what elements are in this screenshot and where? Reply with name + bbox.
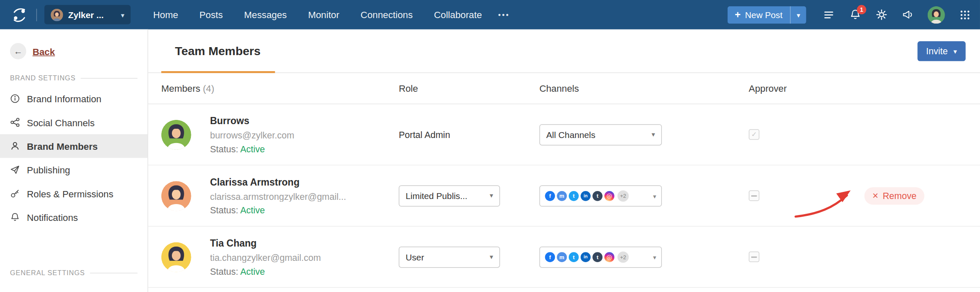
member-name: Burrows [210,115,294,127]
more-menu-icon[interactable] [498,10,510,19]
back-arrow-icon[interactable] [10,43,27,59]
sidebar-item-publishing[interactable]: Publishing [0,158,147,181]
chevron-down-icon [490,191,493,199]
tumblr-icon [592,191,602,201]
sidebar-item-roles-permissions[interactable]: Roles & Permissions [0,182,147,205]
apps-grid-icon[interactable] [959,8,972,21]
sidebar-item-label: Brand Information [27,93,102,104]
invite-button[interactable]: Invite [917,41,966,61]
channels-cell: +2 [539,246,749,267]
linkedin-icon [581,191,591,201]
status-value: Active [240,144,265,154]
zoho-social-logo[interactable] [10,5,29,24]
send-icon [10,165,20,175]
channels-cell: All Channels [539,124,749,145]
menu-lines-icon[interactable] [822,8,835,21]
navbar-left: Zylker ... Home Posts Messages Monitor C… [10,5,510,24]
member-name: Clarissa Armstrong [210,176,346,188]
status-label: Status: [210,205,238,215]
remove-member-button[interactable]: Remove [865,187,925,204]
main-content: Team Members Invite Members(4) Role Chan… [148,29,980,292]
column-header-approver: Approver [749,83,980,93]
mastodon-icon [557,252,567,262]
key-icon [10,188,20,199]
sidebar-item-notifications[interactable]: Notifications [0,205,147,229]
chevron-down-icon [953,47,957,55]
remove-label: Remove [883,191,916,201]
channels-dropdown[interactable]: +2 [539,246,662,267]
invite-label: Invite [926,46,948,56]
plus-icon [735,10,741,20]
top-navbar: Zylker ... Home Posts Messages Monitor C… [0,0,980,29]
member-status: Status: Active [210,266,321,276]
info-icon [10,94,20,104]
brand-settings-title: BRAND SETTINGS [10,74,76,82]
new-post-split-button: New Post [727,6,806,24]
channels-dropdown[interactable]: +2 [539,185,662,206]
user-avatar[interactable] [927,6,945,24]
status-value: Active [240,266,265,276]
member-info: Burrows burrows@zylker.com Status: Activ… [210,115,294,154]
channels-select[interactable]: All Channels [539,124,662,145]
approver-checkbox[interactable] [749,252,759,262]
twitter-icon [569,252,579,262]
sidebar-item-brand-members[interactable]: Brand Members [0,134,147,158]
linkedin-icon [581,252,591,262]
table-row: Burrows burrows@zylker.com Status: Activ… [148,104,980,165]
member-email: clarissa.armstrongzylker@gmail... [210,191,346,202]
notification-count-badge: 1 [857,5,866,14]
role-cell: Portal Admin [399,129,539,140]
member-cell: Burrows burrows@zylker.com Status: Activ… [161,115,399,154]
sidebar-item-label: Publishing [27,165,70,175]
brand-selector[interactable]: Zylker ... [44,5,131,24]
nav-collaborate[interactable]: Collaborate [434,9,482,20]
new-post-label: New Post [745,10,782,20]
settings-sidebar: Back BRAND SETTINGS Brand Information [0,29,148,292]
members-count: (4) [203,83,214,93]
sidebar-item-brand-information[interactable]: Brand Information [0,87,147,110]
nav-home[interactable]: Home [153,9,178,20]
channels-cell: +2 [539,185,749,206]
avatar [161,181,191,210]
new-post-dropdown-button[interactable] [790,6,806,24]
column-header-channels: Channels [539,83,749,93]
role-select[interactable]: Limited Publis... [399,185,500,206]
nav-posts[interactable]: Posts [199,9,223,20]
page-title: Team Members [175,44,260,58]
back-link[interactable]: Back [0,29,147,59]
column-header-members: Members(4) [161,83,399,93]
divider [90,273,137,273]
sidebar-item-social-channels[interactable]: Social Channels [0,111,147,134]
table-row: Clarissa Armstrong clarissa.armstrongzyl… [148,165,980,226]
approver-checkbox[interactable] [749,129,759,140]
approver-cell [749,129,980,140]
nav-connections[interactable]: Connections [361,9,413,20]
channels-overflow-badge: +2 [618,251,629,263]
person-icon [10,141,20,151]
member-cell: Clarissa Armstrong clarissa.armstrongzyl… [161,176,399,215]
member-name: Tia Chang [210,237,321,249]
bell-icon [10,212,20,222]
divider [36,8,37,21]
approver-checkbox[interactable] [749,190,759,201]
back-label[interactable]: Back [32,46,55,56]
settings-gear-icon[interactable] [875,8,888,21]
tumblr-icon [592,252,602,262]
general-settings-section-header: GENERAL SETTINGS [10,269,138,276]
member-email: tia.changzylker@gmail.com [210,252,321,263]
role-select[interactable]: User [399,246,500,267]
nav-messages[interactable]: Messages [244,9,287,20]
nav-monitor[interactable]: Monitor [308,9,339,20]
chevron-down-icon [651,130,655,138]
approver-cell [749,252,980,262]
role-cell: User [399,246,539,267]
avatar [161,242,191,272]
active-tab-indicator [161,71,275,73]
announcement-megaphone-icon[interactable] [901,8,914,21]
new-post-button[interactable]: New Post [727,6,790,24]
table-row: Tia Chang tia.changzylker@gmail.com Stat… [148,226,980,287]
notifications-bell-icon[interactable]: 1 [849,8,861,21]
channels-overflow-badge: +2 [618,190,629,202]
facebook-icon [545,191,555,201]
instagram-icon [604,252,614,262]
